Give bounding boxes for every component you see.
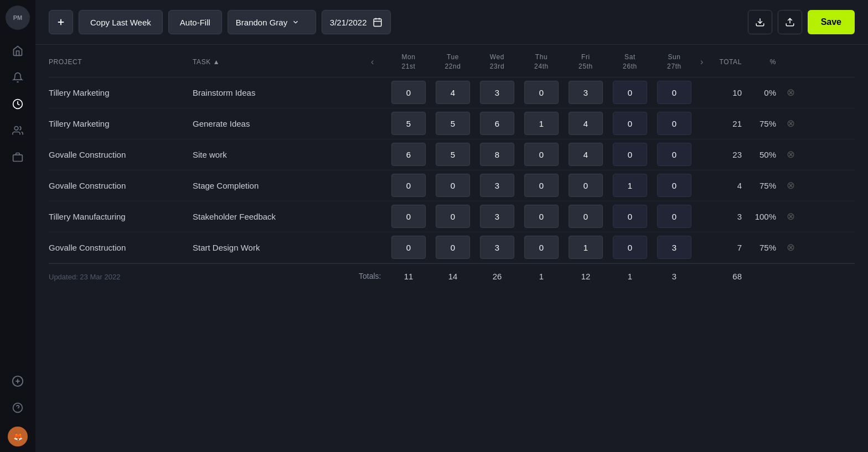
day-input-3-6[interactable]: 0 bbox=[657, 174, 691, 197]
day-input-3-5[interactable]: 1 bbox=[613, 174, 647, 197]
sidebar-item-team[interactable] bbox=[6, 118, 30, 143]
day-input-1-3[interactable]: 1 bbox=[524, 112, 559, 135]
sidebar-item-notifications[interactable] bbox=[6, 65, 30, 90]
day-input-1-0[interactable]: 5 bbox=[391, 112, 426, 135]
upload-button[interactable] bbox=[778, 10, 802, 34]
day-input-wrap-0-4: 3 bbox=[564, 80, 608, 105]
row-total: 23 bbox=[707, 150, 746, 159]
row-pct: 0% bbox=[746, 88, 779, 97]
sidebar-item-help[interactable] bbox=[6, 396, 30, 420]
copy-last-week-button[interactable]: Copy Last Week bbox=[79, 10, 163, 34]
day-input-wrap-2-0: 6 bbox=[386, 142, 431, 167]
person-dropdown[interactable]: Brandon Gray bbox=[228, 10, 316, 34]
sidebar-item-add[interactable] bbox=[6, 369, 30, 393]
day-input-wrap-3-4: 0 bbox=[564, 173, 608, 198]
day-input-5-6[interactable]: 3 bbox=[657, 236, 691, 259]
sidebar-item-time[interactable] bbox=[6, 92, 30, 116]
day-input-5-2[interactable]: 3 bbox=[480, 236, 514, 259]
updated-text: Updated: 23 Mar 2022 bbox=[49, 272, 193, 281]
day-input-wrap-2-1: 5 bbox=[431, 142, 475, 167]
day-input-wrap-2-3: 0 bbox=[519, 142, 564, 167]
day-input-4-5[interactable]: 0 bbox=[613, 205, 647, 228]
day-input-1-5[interactable]: 0 bbox=[613, 112, 647, 135]
download-button[interactable] bbox=[748, 10, 772, 34]
day-input-wrap-0-6: 0 bbox=[652, 80, 696, 105]
day-input-4-0[interactable]: 0 bbox=[391, 205, 426, 228]
row-total: 7 bbox=[707, 243, 746, 252]
day-input-4-1[interactable]: 0 bbox=[436, 205, 470, 228]
day-header-6: Sun 27th bbox=[652, 53, 696, 71]
sidebar: PM 🦊 bbox=[0, 0, 35, 452]
day-input-5-3[interactable]: 0 bbox=[524, 236, 559, 259]
day-input-wrap-1-2: 6 bbox=[475, 111, 519, 136]
remove-row-button[interactable]: ⊗ bbox=[779, 241, 802, 253]
day-input-3-3[interactable]: 0 bbox=[524, 174, 559, 197]
day-input-5-5[interactable]: 0 bbox=[613, 236, 647, 259]
table-row: Tillery Manufacturing Stakeholder Feedba… bbox=[49, 201, 855, 232]
day-input-2-3[interactable]: 0 bbox=[524, 143, 559, 166]
day-input-0-5[interactable]: 0 bbox=[613, 81, 647, 104]
day-input-1-6[interactable]: 0 bbox=[657, 112, 691, 135]
day-input-5-0[interactable]: 0 bbox=[391, 236, 426, 259]
day-header-5: Sat 26th bbox=[608, 53, 652, 71]
table-row: Govalle Construction Stage Completion 0 … bbox=[49, 170, 855, 201]
auto-fill-button[interactable]: Auto-Fill bbox=[168, 10, 222, 34]
nav-next-button[interactable]: › bbox=[696, 57, 707, 67]
day-input-2-0[interactable]: 6 bbox=[391, 143, 426, 166]
totals-row: Updated: 23 Mar 2022 Totals: 11 14 26 1 … bbox=[49, 263, 855, 285]
project-name: Tillery Marketing bbox=[49, 119, 193, 128]
day-input-2-5[interactable]: 0 bbox=[613, 143, 647, 166]
day-input-wrap-4-0: 0 bbox=[386, 204, 431, 229]
remove-row-button[interactable]: ⊗ bbox=[779, 148, 802, 160]
remove-row-button[interactable]: ⊗ bbox=[779, 117, 802, 129]
remove-row-button[interactable]: ⊗ bbox=[779, 210, 802, 222]
day-input-wrap-5-6: 3 bbox=[652, 235, 696, 260]
day-input-5-1[interactable]: 0 bbox=[436, 236, 470, 259]
totals-day-1: 14 bbox=[431, 272, 475, 281]
day-input-0-0[interactable]: 0 bbox=[391, 81, 426, 104]
day-input-1-4[interactable]: 4 bbox=[569, 112, 603, 135]
day-header-1: Tue 22nd bbox=[431, 53, 475, 71]
day-input-wrap-0-0: 0 bbox=[386, 80, 431, 105]
table-header: PROJECT TASK ▲ ‹ Mon 21st Tue 22nd Wed 2… bbox=[49, 45, 855, 77]
day-input-2-6[interactable]: 0 bbox=[657, 143, 691, 166]
day-input-3-2[interactable]: 3 bbox=[480, 174, 514, 197]
day-input-wrap-0-3: 0 bbox=[519, 80, 564, 105]
day-input-4-3[interactable]: 0 bbox=[524, 205, 559, 228]
task-name: Generate Ideas bbox=[193, 119, 359, 128]
user-avatar[interactable]: 🦊 bbox=[8, 427, 28, 446]
day-input-0-2[interactable]: 3 bbox=[480, 81, 514, 104]
table-row: Govalle Construction Start Design Work 0… bbox=[49, 232, 855, 263]
day-input-wrap-0-2: 3 bbox=[475, 80, 519, 105]
day-input-3-4[interactable]: 0 bbox=[569, 174, 603, 197]
day-input-3-1[interactable]: 0 bbox=[436, 174, 470, 197]
day-input-5-4[interactable]: 1 bbox=[569, 236, 603, 259]
save-button[interactable]: Save bbox=[808, 10, 855, 34]
day-input-0-6[interactable]: 0 bbox=[657, 81, 691, 104]
date-picker[interactable]: 3/21/2022 bbox=[322, 10, 391, 34]
day-input-4-4[interactable]: 0 bbox=[569, 205, 603, 228]
day-header-3: Thu 24th bbox=[519, 53, 564, 71]
day-input-2-2[interactable]: 8 bbox=[480, 143, 514, 166]
sidebar-item-projects[interactable] bbox=[6, 145, 30, 169]
day-input-0-3[interactable]: 0 bbox=[524, 81, 559, 104]
sidebar-item-home[interactable] bbox=[6, 39, 30, 63]
remove-row-button[interactable]: ⊗ bbox=[779, 179, 802, 191]
day-input-wrap-4-1: 0 bbox=[431, 204, 475, 229]
add-row-button[interactable] bbox=[49, 10, 73, 34]
day-input-2-1[interactable]: 5 bbox=[436, 143, 470, 166]
day-input-1-1[interactable]: 5 bbox=[436, 112, 470, 135]
day-header-0: Mon 21st bbox=[386, 53, 431, 71]
day-input-4-6[interactable]: 0 bbox=[657, 205, 691, 228]
totals-day-5: 1 bbox=[608, 272, 652, 281]
nav-prev-button[interactable]: ‹ bbox=[359, 57, 386, 67]
col-pct-header: % bbox=[746, 58, 779, 66]
day-input-wrap-2-6: 0 bbox=[652, 142, 696, 167]
day-input-1-2[interactable]: 6 bbox=[480, 112, 514, 135]
day-input-0-4[interactable]: 3 bbox=[569, 81, 603, 104]
day-input-4-2[interactable]: 3 bbox=[480, 205, 514, 228]
remove-row-button[interactable]: ⊗ bbox=[779, 86, 802, 98]
day-input-0-1[interactable]: 4 bbox=[436, 81, 470, 104]
day-input-2-4[interactable]: 4 bbox=[569, 143, 603, 166]
day-input-3-0[interactable]: 0 bbox=[391, 174, 426, 197]
